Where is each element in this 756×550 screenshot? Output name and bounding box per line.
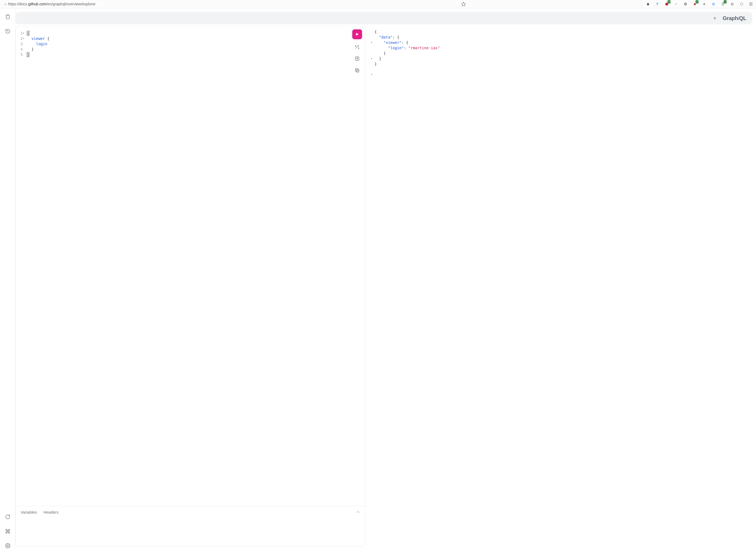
resp-string: "rmartine-ias" bbox=[408, 46, 440, 50]
fold-marker[interactable]: ▾ bbox=[371, 56, 375, 61]
graphiql-app: GraphiQL 1 2 3 4 5 ▾ ▾ bbox=[0, 8, 756, 550]
logo-part1: Graph bbox=[723, 15, 738, 21]
line-gutter: 1 2 3 4 5 bbox=[16, 27, 23, 506]
query-editor[interactable]: 1 2 3 4 5 ▾ ▾ { viewer { login } } bbox=[16, 27, 365, 506]
fold-marker bbox=[371, 88, 375, 93]
resp-brace: { bbox=[375, 30, 377, 34]
shield-icon[interactable]: ⬢3 bbox=[664, 1, 670, 7]
prettify-button[interactable] bbox=[353, 43, 361, 51]
code-indent bbox=[27, 36, 32, 41]
code-brace: } bbox=[27, 47, 34, 51]
fold-marker[interactable]: ▾ bbox=[371, 72, 375, 77]
code-keyword: viewer bbox=[32, 36, 45, 41]
resp-brace: : { bbox=[402, 40, 408, 45]
code-field: login bbox=[36, 42, 47, 46]
shortcuts-button[interactable] bbox=[3, 527, 12, 536]
gear-icon[interactable]: ⚙ bbox=[682, 1, 688, 7]
browser-chrome: ◇ https://docs.github.com/en/graphql/ove… bbox=[0, 0, 756, 8]
graphiql-logo: GraphiQL bbox=[723, 15, 746, 21]
resp-indent bbox=[375, 40, 384, 45]
footer-collapse-button[interactable] bbox=[356, 510, 360, 515]
resp-key: "data" bbox=[379, 35, 393, 39]
panes: 1 2 3 4 5 ▾ ▾ { viewer { login } } bbox=[16, 26, 752, 546]
resp-key: "viewer" bbox=[384, 40, 402, 45]
fold-marker bbox=[23, 52, 26, 57]
line-number: 4 bbox=[18, 47, 23, 52]
editor-footer: Variables Headers bbox=[16, 506, 365, 546]
code-area[interactable]: { viewer { login } } bbox=[26, 27, 365, 506]
line-number: 1 bbox=[18, 30, 23, 36]
response-fold-column: ▾ ▾ ▾ bbox=[371, 29, 375, 544]
address-bar[interactable]: ◇ https://docs.github.com/en/graphql/ove… bbox=[2, 0, 468, 8]
resp-indent bbox=[375, 35, 379, 39]
code-indent bbox=[27, 42, 36, 46]
fold-marker[interactable]: ▾ bbox=[371, 40, 375, 45]
svg-point-6 bbox=[7, 545, 8, 547]
check-circle-icon[interactable]: ✓ bbox=[673, 1, 679, 7]
history-button[interactable] bbox=[3, 27, 12, 36]
query-editor-card: 1 2 3 4 5 ▾ ▾ { viewer { login } } bbox=[16, 26, 365, 546]
svg-rect-12 bbox=[356, 70, 359, 72]
resp-key: "login" bbox=[388, 46, 404, 50]
fold-marker[interactable]: ▾ bbox=[23, 30, 26, 36]
fold-marker[interactable]: ▾ bbox=[23, 36, 26, 41]
url-host: github.com bbox=[28, 2, 46, 6]
user-icon[interactable]: ☻ bbox=[645, 1, 651, 7]
app-icon[interactable]: ■3 bbox=[692, 1, 698, 7]
settings-button[interactable] bbox=[3, 541, 12, 550]
svg-marker-0 bbox=[462, 2, 466, 6]
resp-indent bbox=[375, 46, 388, 50]
code-brace: { bbox=[45, 36, 49, 41]
fold-marker bbox=[371, 136, 375, 141]
svg-rect-13 bbox=[355, 68, 358, 71]
logo-part2: QL bbox=[739, 15, 746, 21]
resp-colon: : bbox=[404, 46, 408, 50]
extension-tray: ☻Y⬢3✓⚙■3≡✿S1⧉⬡ bbox=[645, 1, 754, 7]
bookmark-star-icon[interactable] bbox=[461, 2, 466, 6]
execute-query-button[interactable] bbox=[352, 29, 362, 39]
resp-brace: } bbox=[375, 62, 377, 66]
tab-variables[interactable]: Variables bbox=[21, 510, 37, 514]
response-pane: ▾ ▾ ▾ { "data": { "viewer": { "login": "… bbox=[368, 26, 752, 546]
svg-marker-9 bbox=[356, 33, 358, 36]
fold-marker bbox=[371, 104, 375, 109]
url-prefix: https://docs. bbox=[8, 2, 28, 6]
line-number: 3 bbox=[18, 41, 23, 47]
s-icon[interactable]: S1 bbox=[720, 1, 726, 7]
hex-icon[interactable]: ⬡ bbox=[739, 1, 745, 7]
editor-toolbar bbox=[352, 29, 362, 74]
filter-icon[interactable]: Y bbox=[654, 1, 660, 7]
refetch-button[interactable] bbox=[3, 513, 12, 521]
response-content[interactable]: { "data": { "viewer": { "login": "rmarti… bbox=[375, 29, 750, 544]
resp-brace: } bbox=[375, 51, 386, 55]
left-rail bbox=[0, 8, 16, 550]
add-tab-button[interactable] bbox=[712, 16, 717, 21]
bars-icon[interactable]: ≡ bbox=[701, 1, 707, 7]
docs-explorer-button[interactable] bbox=[3, 13, 12, 21]
merge-button[interactable] bbox=[353, 55, 361, 63]
site-lock-icon: ◇ bbox=[4, 2, 6, 6]
fold-marker bbox=[371, 120, 375, 125]
copy-button[interactable] bbox=[353, 66, 361, 74]
url-path: /en/graphql/overview/explorer bbox=[47, 2, 96, 6]
resp-brace: } bbox=[375, 56, 381, 61]
code-brace: } bbox=[27, 52, 29, 57]
content-area: GraphiQL 1 2 3 4 5 ▾ ▾ bbox=[16, 8, 756, 550]
tab-headers[interactable]: Headers bbox=[43, 510, 59, 514]
butterfly-icon[interactable]: ✿ bbox=[711, 1, 716, 7]
resp-brace: : { bbox=[393, 35, 399, 39]
menu-icon[interactable] bbox=[748, 1, 754, 7]
tab-bar: GraphiQL bbox=[16, 12, 752, 24]
fold-marker bbox=[23, 47, 26, 52]
fold-column: ▾ ▾ bbox=[23, 27, 26, 506]
url-text: https://docs.github.com/en/graphql/overv… bbox=[8, 2, 96, 6]
code-brace: { bbox=[27, 31, 29, 35]
svg-rect-4 bbox=[6, 15, 9, 19]
line-number: 5 bbox=[18, 52, 23, 57]
line-number: 2 bbox=[18, 36, 23, 41]
puzzle-icon[interactable]: ⧉ bbox=[729, 1, 735, 7]
fold-marker bbox=[23, 41, 26, 47]
